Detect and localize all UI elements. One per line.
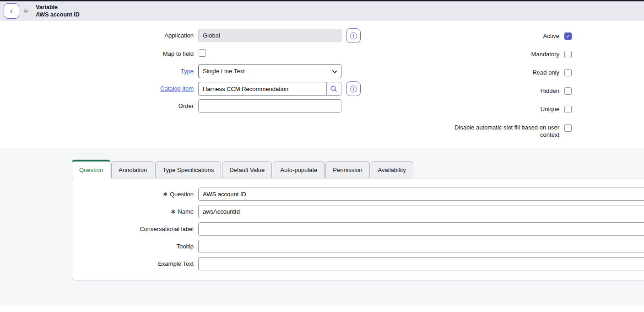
read-only-checkbox[interactable] (564, 69, 572, 76)
header-bar: ‹ ≡ Variable AWS account ID (0, 1, 644, 21)
tab-default-value[interactable]: Default Value (222, 161, 272, 178)
info-icon: i (350, 32, 357, 39)
map-to-field-checkbox[interactable] (199, 49, 206, 57)
example-text-input[interactable] (198, 257, 644, 270)
catalog-item-lookup-button[interactable] (326, 82, 341, 96)
question-label: Question (170, 191, 194, 198)
example-text-label: Example Text (82, 260, 194, 268)
tab-permission[interactable]: Permission (325, 161, 369, 178)
type-select-value: Single Line Text (203, 68, 245, 75)
type-link[interactable]: Type (181, 68, 194, 75)
tab-availability[interactable]: Availability (371, 161, 413, 178)
required-icon: ✱ (163, 191, 168, 198)
chevron-down-icon (332, 69, 337, 73)
tab-question[interactable]: Question (72, 160, 110, 178)
disable-slot-fill-checkbox[interactable] (564, 124, 572, 132)
disable-slot-fill-label: Disable automatic slot fill based on use… (447, 124, 559, 139)
unique-checkbox[interactable] (564, 106, 572, 113)
tab-auto-populate[interactable]: Auto-populate (273, 161, 325, 178)
unique-label: Unique (447, 106, 559, 113)
active-label: Active (447, 32, 559, 40)
record-name-label: AWS account ID (36, 11, 80, 18)
name-label-wrap: ✱Name (82, 208, 194, 215)
bottom-white-strip (0, 306, 644, 312)
name-label: Name (178, 208, 194, 215)
application-info-button[interactable]: i (346, 28, 361, 43)
info-icon: i (350, 86, 357, 92)
conversational-label-input[interactable] (198, 222, 644, 236)
record-type-label: Variable (36, 4, 80, 11)
type-label-wrap: Type (82, 68, 194, 75)
conversational-label-label: Conversational label (82, 226, 194, 233)
catalog-item-info-button[interactable]: i (346, 81, 361, 96)
back-button[interactable]: ‹ (4, 3, 19, 19)
chevron-left-icon: ‹ (10, 6, 13, 15)
catalog-item-group (198, 82, 341, 96)
record-title: Variable AWS account ID (36, 4, 80, 18)
tab-annotation[interactable]: Annotation (111, 161, 154, 178)
order-input[interactable] (198, 99, 341, 113)
required-icon: ✱ (171, 209, 175, 215)
question-label-wrap: ✱Question (82, 191, 194, 198)
application-input (198, 29, 341, 42)
search-icon (330, 85, 338, 93)
mandatory-checkbox[interactable] (564, 51, 572, 58)
mandatory-label: Mandatory (447, 51, 559, 58)
application-label: Application (82, 32, 194, 39)
tooltip-input[interactable] (198, 240, 644, 253)
type-select[interactable]: Single Line Text (198, 64, 341, 78)
order-label: Order (82, 102, 194, 110)
hidden-label: Hidden (447, 87, 559, 95)
active-checkbox[interactable] (564, 32, 572, 40)
hidden-checkbox[interactable] (564, 87, 572, 95)
question-input[interactable] (198, 188, 644, 201)
read-only-label: Read only (447, 69, 559, 76)
context-menu-icon[interactable]: ≡ (23, 7, 28, 16)
catalog-item-link[interactable]: Catalog item (160, 85, 194, 92)
catalog-item-input[interactable] (198, 82, 326, 96)
tab-bar: Question Annotation Type Specifications … (72, 160, 413, 178)
catalog-item-label-wrap: Catalog item (82, 85, 194, 92)
map-to-field-label: Map to field (82, 50, 194, 58)
tab-type-specifications[interactable]: Type Specifications (155, 161, 221, 178)
variable-form-page: ‹ ≡ Variable AWS account ID Application … (0, 0, 644, 312)
name-input[interactable] (198, 205, 644, 218)
tooltip-label: Tooltip (82, 243, 194, 250)
